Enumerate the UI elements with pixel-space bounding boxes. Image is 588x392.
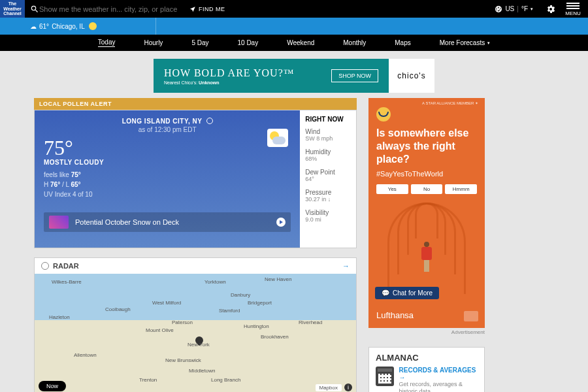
ad-btn-no[interactable]: No bbox=[411, 184, 443, 194]
map-city-label: Yorktown bbox=[204, 279, 226, 285]
map-city-label: New Haven bbox=[265, 276, 291, 282]
radar-map[interactable]: Now Mapbox i Wilkes-BarreYorktownNew Hav… bbox=[35, 274, 356, 392]
banner-ad[interactable]: HOW BOLD ARE YOU?™ Nearest Chico's: Unkn… bbox=[154, 59, 434, 93]
almanac-card: ALMANAC RECORDS & AVERAGES → Get records… bbox=[368, 347, 485, 392]
hero-location[interactable]: LONG ISLAND CITY, NY bbox=[44, 117, 291, 125]
ad-hashtag: #SayYesToTheWorld bbox=[376, 170, 477, 178]
almanac-title: ALMANAC bbox=[376, 353, 478, 363]
almanac-desc: Get records, averages & historic data bbox=[399, 381, 478, 392]
map-city-label: West Milford bbox=[152, 300, 181, 306]
map-city-label: Bridgeport bbox=[248, 300, 272, 306]
map-city-label: Wilkes-Barre bbox=[52, 279, 82, 285]
cloud-icon: ☁ bbox=[30, 23, 37, 30]
ad-btn-yes[interactable]: Yes bbox=[376, 184, 408, 194]
search-input[interactable] bbox=[39, 5, 183, 13]
banner-sub: Nearest Chico's: Unknown bbox=[164, 80, 294, 85]
rn-wind: WindSW 8 mph bbox=[305, 128, 351, 142]
chat-icon: 💬 bbox=[382, 289, 389, 297]
hero-temp: 75° bbox=[44, 136, 291, 160]
radar-expand[interactable]: → bbox=[342, 262, 350, 270]
radar-icon bbox=[41, 262, 49, 270]
search-area: FIND ME bbox=[25, 5, 489, 14]
tab-weekend[interactable]: Weekend bbox=[287, 39, 314, 46]
map-city-label: Middletown bbox=[189, 368, 215, 374]
region-selector[interactable]: US | °F ▾ bbox=[489, 5, 538, 13]
featured-story[interactable]: Potential October Snow on Deck bbox=[44, 212, 291, 232]
rn-visibility: Visibility9.0 mi bbox=[305, 209, 351, 223]
map-city-label: Danbury bbox=[231, 292, 250, 298]
info-icon[interactable]: i bbox=[344, 384, 352, 391]
gps-icon bbox=[206, 118, 213, 124]
map-city-label: New Brunswick bbox=[165, 357, 201, 363]
right-now-title: RIGHT NOW bbox=[305, 116, 351, 123]
hero-asof: as of 12:30 pm EDT bbox=[44, 126, 291, 133]
banner-headline: HOW BOLD ARE YOU?™ bbox=[164, 67, 294, 79]
map-city-label: Hazleton bbox=[49, 314, 70, 320]
map-city-label: Allentown bbox=[74, 352, 97, 358]
person-illustration bbox=[420, 242, 433, 272]
locbar-city[interactable]: Chicago, IL bbox=[52, 23, 85, 30]
map-city-label: Huntington bbox=[244, 323, 269, 329]
radar-section: RADAR → Now Mapbox i Wilkes-BarreYorktow… bbox=[34, 257, 357, 392]
logo[interactable]: The Weather Channel bbox=[0, 0, 25, 18]
play-icon bbox=[276, 218, 286, 227]
tab-10day[interactable]: 10 Day bbox=[238, 39, 259, 46]
almanac-link[interactable]: RECORDS & AVERAGES → bbox=[399, 367, 478, 381]
radar-title[interactable]: RADAR bbox=[41, 262, 79, 270]
tab-5day[interactable]: 5 Day bbox=[191, 39, 208, 46]
tab-monthly[interactable]: Monthly bbox=[343, 39, 366, 46]
top-bar: The Weather Channel FIND ME US | °F ▾ ME… bbox=[0, 0, 588, 18]
settings-button[interactable] bbox=[541, 4, 561, 14]
rn-humidity: Humidity68% bbox=[305, 148, 351, 162]
ad-brand: Lufthansa bbox=[376, 310, 414, 320]
sidebar-ad[interactable]: A STAR ALLIANCE MEMBER ✦ Is somewhere el… bbox=[368, 98, 485, 328]
ad-buttons: Yes No Hmmm bbox=[376, 184, 477, 194]
map-city-label: Stamford bbox=[219, 308, 240, 314]
ad-btn-hmmm[interactable]: Hmmm bbox=[445, 184, 477, 194]
calendar-icon bbox=[376, 367, 394, 386]
banner-brand: chico's bbox=[389, 59, 434, 93]
map-city-label: Coolbaugh bbox=[105, 306, 131, 312]
map-city-label: New York bbox=[188, 342, 210, 348]
rn-pressure: Pressure30.27 in ↓ bbox=[305, 189, 351, 203]
search-icon[interactable] bbox=[30, 5, 39, 14]
location-bar: ☁ 61° Chicago, IL bbox=[0, 18, 588, 35]
right-now-panel: RIGHT NOW WindSW 8 mph Humidity68% Dew P… bbox=[300, 110, 356, 248]
radar-now-button[interactable]: Now bbox=[39, 381, 66, 391]
chat-button[interactable]: 💬Chat for More bbox=[375, 287, 439, 299]
tab-today[interactable]: Today bbox=[98, 39, 116, 47]
nav-tabs: Today Hourly 5 Day 10 Day Weekend Monthl… bbox=[0, 35, 588, 51]
banner-cta[interactable]: SHOP NOW bbox=[331, 69, 378, 82]
globe-icon bbox=[495, 5, 502, 13]
menu-button[interactable]: MENU bbox=[563, 1, 583, 16]
weather-icon bbox=[267, 129, 288, 147]
map-city-label: Trenton bbox=[139, 377, 157, 383]
top-right-controls: US | °F ▾ MENU bbox=[489, 1, 588, 16]
star-alliance-label: A STAR ALLIANCE MEMBER ✦ bbox=[422, 101, 478, 105]
locbar-temp: 61° bbox=[39, 23, 49, 30]
map-city-label: Riverhead bbox=[299, 319, 322, 325]
location-arrow-icon bbox=[189, 6, 196, 12]
tab-hourly[interactable]: Hourly bbox=[144, 39, 163, 46]
gear-icon bbox=[546, 4, 556, 14]
hero-details: feels like 75° H 76° / L 65° UV Index 4 … bbox=[44, 170, 291, 199]
map-city-label: Paterson bbox=[172, 319, 193, 325]
divider bbox=[155, 18, 156, 35]
current-conditions: LONG ISLAND CITY, NY as of 12:30 pm EDT … bbox=[34, 110, 357, 248]
hamburger-icon bbox=[566, 1, 580, 10]
more-forecasts[interactable]: More Forecasts ▾ bbox=[440, 39, 490, 46]
sun-icon bbox=[89, 22, 97, 30]
mapbox-attribution[interactable]: Mapbox bbox=[316, 384, 342, 391]
lufthansa-logo-icon bbox=[376, 107, 391, 122]
map-city-label: Long Branch bbox=[211, 377, 240, 383]
tab-maps[interactable]: Maps bbox=[395, 39, 410, 46]
rn-dewpoint: Dew Point64° bbox=[305, 169, 351, 182]
pollen-alert[interactable]: LOCAL POLLEN ALERT bbox=[34, 98, 357, 110]
map-city-label: Brookhaven bbox=[261, 334, 289, 340]
story-thumb bbox=[49, 216, 69, 229]
ad-label: Advertisement bbox=[368, 329, 485, 335]
find-me-button[interactable]: FIND ME bbox=[189, 6, 225, 12]
ad-badge bbox=[464, 311, 478, 321]
hero-condition: MOSTLY CLOUDY bbox=[44, 159, 291, 166]
ad-headline: Is somewhere else always the right place… bbox=[376, 127, 477, 166]
